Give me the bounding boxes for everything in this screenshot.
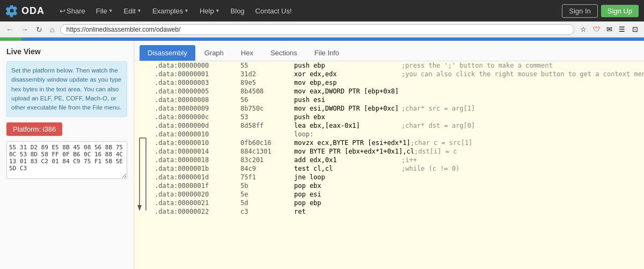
forward-button[interactable]: → — [19, 25, 30, 34]
disassembly-area[interactable]: .data:0000000055push ebp;press the ';' b… — [134, 61, 644, 269]
help-dropdown-arrow: ▼ — [215, 8, 220, 13]
table-row: .data:00000014884c1301mov BYTE PTR [ebx+… — [150, 147, 644, 156]
address-bar: ← → ↻ ⌂ ☆ 🛡 ✉ ☰ ⊡ — [0, 21, 644, 38]
table-row: .data:00000022c3ret — [150, 207, 644, 216]
share-icon: ↩ — [60, 7, 65, 15]
tab-hex[interactable]: Hex — [233, 45, 261, 61]
menu-icon[interactable]: ☰ — [617, 25, 627, 34]
table-row: .data:000000100fb60c16movzx ecx,BYTE PTR… — [150, 139, 644, 147]
progress-bar-fill — [0, 38, 21, 41]
table-row: .data:0000001883c201add edx,0x1;i++ — [150, 156, 644, 164]
brand: ODA — [5, 4, 45, 17]
examples-dropdown-arrow: ▼ — [184, 8, 189, 13]
table-row: .data:0000000055push ebp;press the ';' b… — [150, 61, 644, 70]
tab-disassembly[interactable]: Disassembly — [140, 45, 195, 61]
address-icons: ☆ 🛡 ✉ ☰ ⊡ — [579, 25, 640, 34]
table-row: .data:0000000d8d58fflea ebx,[eax-0x1];ch… — [150, 121, 644, 130]
table-row: .data:00000010loop: — [150, 130, 644, 139]
table-row: .data:000000098b750cmov esi,DWORD PTR [e… — [150, 104, 644, 113]
nav-blog[interactable]: Blog — [226, 5, 249, 17]
table-row: .data:0000001d75f1jne loop — [150, 173, 644, 181]
disassembly-rows: .data:0000000055push ebp;press the ';' b… — [150, 61, 644, 216]
tab-sections[interactable]: Sections — [262, 45, 305, 61]
nav-share[interactable]: ↩ Share — [55, 5, 90, 17]
signup-button[interactable]: Sign Up — [601, 5, 639, 17]
table-row: .data:0000000131d2xor edx,edx;you can al… — [150, 70, 644, 78]
shield-icon: 🛡 — [591, 25, 601, 34]
nav-links: ↩ Share File ▼ Edit ▼ Examples ▼ Help ▼ … — [55, 5, 309, 17]
navbar: ODA ↩ Share File ▼ Edit ▼ Examples ▼ Hel… — [0, 0, 644, 21]
table-row: .data:000000058b4508mov eax,DWORD PTR [e… — [150, 87, 644, 96]
nav-contact[interactable]: Contact Us! — [251, 5, 296, 17]
table-row: .data:0000001b84c9test cl,cl;while (c !=… — [150, 164, 644, 173]
right-panel: Disassembly Graph Hex Sections File Info — [134, 41, 644, 269]
nav-help[interactable]: Help ▼ — [195, 5, 224, 17]
info-box: Set the platform below. Then watch the d… — [6, 61, 127, 117]
table-row: .data:000000205epop esi — [150, 190, 644, 199]
table-row: .data:0000000389e5mov ebp,esp — [150, 78, 644, 87]
mail-icon[interactable]: ✉ — [604, 25, 614, 34]
nav-examples[interactable]: Examples ▼ — [148, 5, 193, 17]
brand-name: ODA — [21, 5, 45, 17]
info-text: Set the platform below. Then watch the d… — [11, 67, 121, 111]
nav-edit[interactable]: Edit ▼ — [120, 5, 146, 17]
star-icon[interactable]: ☆ — [579, 25, 588, 34]
progress-bar-container — [0, 38, 644, 41]
nav-file[interactable]: File ▼ — [92, 5, 118, 17]
loop-arrow-svg — [135, 135, 150, 232]
gear-icon — [5, 4, 18, 17]
reload-button[interactable]: ↻ — [34, 25, 44, 34]
graph-arrows — [134, 61, 150, 216]
table-row: .data:000000215dpop ebp — [150, 199, 644, 207]
table-row: .data:0000001f5bpop ebx — [150, 181, 644, 190]
back-button[interactable]: ← — [4, 25, 15, 34]
table-row: .data:0000000856push esi — [150, 96, 644, 104]
file-dropdown-arrow: ▼ — [108, 8, 113, 13]
tabs-bar: Disassembly Graph Hex Sections File Info — [134, 41, 644, 61]
home-button[interactable]: ⌂ — [48, 25, 56, 34]
edit-dropdown-arrow: ▼ — [137, 8, 142, 13]
file-link[interactable]: File — [93, 104, 103, 111]
hex-input[interactable]: 55 31 D2 89 E5 8B 45 08 56 8B 75 0C 53 8… — [6, 141, 127, 179]
url-input[interactable] — [60, 24, 574, 35]
disassembly-content: .data:0000000055push ebp;press the ';' b… — [134, 61, 644, 216]
live-view-title: Live View — [6, 47, 127, 56]
tab-file-info[interactable]: File Info — [306, 45, 347, 61]
tab-graph[interactable]: Graph — [196, 45, 232, 61]
svg-marker-3 — [137, 205, 142, 210]
platform-button[interactable]: Platform: i386 — [6, 122, 62, 136]
window-icon[interactable]: ⊡ — [630, 25, 640, 34]
left-panel: Live View Set the platform below. Then w… — [0, 41, 134, 269]
signin-button[interactable]: Sign In — [562, 4, 597, 18]
main-content: Live View Set the platform below. Then w… — [0, 41, 644, 269]
table-row: .data:0000000c53push ebx — [150, 113, 644, 121]
